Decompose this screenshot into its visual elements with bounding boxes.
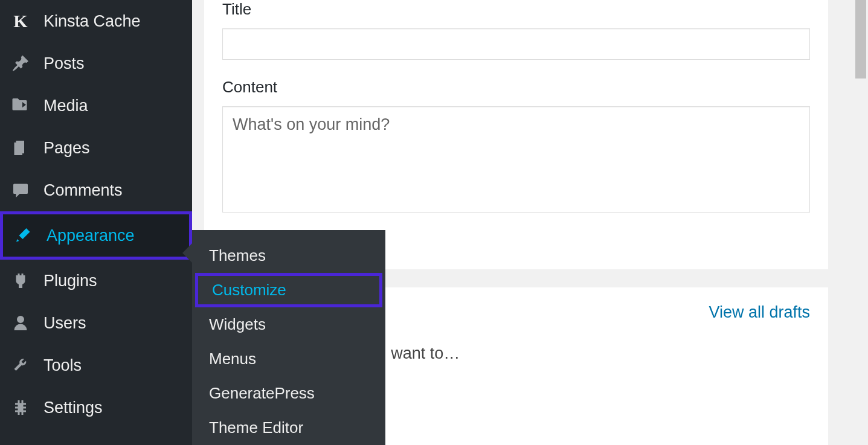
sidebar-item-kinsta-cache[interactable]: K Kinsta Cache <box>0 0 192 42</box>
sidebar-item-users[interactable]: Users <box>0 302 192 344</box>
pages-icon <box>10 137 31 159</box>
scrollbar-thumb[interactable] <box>855 0 866 78</box>
media-icon <box>10 95 31 117</box>
comments-icon <box>10 179 31 201</box>
scrollbar-track[interactable] <box>854 0 868 445</box>
flyout-arrow <box>182 243 192 263</box>
tools-icon <box>10 354 31 376</box>
brush-icon <box>13 225 34 246</box>
sidebar-item-media[interactable]: Media <box>0 85 192 127</box>
sidebar-item-posts[interactable]: Posts <box>0 42 192 85</box>
submenu-item-customize[interactable]: Customize <box>195 273 382 307</box>
submenu-item-generatepress[interactable]: GeneratePress <box>192 376 385 411</box>
submenu-item-theme-editor[interactable]: Theme Editor <box>192 411 385 445</box>
submenu-item-widgets[interactable]: Widgets <box>192 307 385 342</box>
users-icon <box>10 312 31 334</box>
sidebar-item-tools[interactable]: Tools <box>0 344 192 386</box>
quick-draft-panel: Title Content Save Draft <box>204 0 828 269</box>
settings-icon <box>10 397 31 418</box>
view-all-drafts-link[interactable]: View all drafts <box>709 303 810 322</box>
title-input[interactable] <box>222 28 810 60</box>
sidebar-item-label: Settings <box>43 399 182 417</box>
pin-icon <box>10 53 31 74</box>
sidebar-item-label: Media <box>43 97 182 115</box>
sidebar-item-label: Users <box>43 314 182 333</box>
sidebar-item-label: Pages <box>43 139 182 158</box>
sidebar-item-label: Kinsta Cache <box>43 12 182 31</box>
sidebar-item-label: Appearance <box>47 226 179 245</box>
submenu-item-themes[interactable]: Themes <box>192 239 385 273</box>
sidebar-item-pages[interactable]: Pages <box>0 127 192 169</box>
sidebar-item-label: Tools <box>43 356 182 375</box>
plug-icon <box>10 270 31 292</box>
sidebar-item-settings[interactable]: Settings <box>0 386 192 429</box>
admin-sidebar: K Kinsta Cache Posts Media Pages Comment… <box>0 0 192 445</box>
appearance-submenu: Themes Customize Widgets Menus GenerateP… <box>192 230 385 445</box>
sidebar-item-comments[interactable]: Comments <box>0 169 192 211</box>
sidebar-item-plugins[interactable]: Plugins <box>0 260 192 302</box>
sidebar-item-appearance[interactable]: Appearance <box>0 211 192 260</box>
submenu-item-menus[interactable]: Menus <box>192 342 385 376</box>
sidebar-item-label: Posts <box>43 54 182 73</box>
sidebar-item-label: Comments <box>43 181 182 200</box>
kinsta-icon: K <box>10 10 31 32</box>
content-textarea[interactable] <box>222 106 810 213</box>
sidebar-item-label: Plugins <box>43 272 182 290</box>
content-label: Content <box>222 78 810 97</box>
title-label: Title <box>222 0 810 19</box>
